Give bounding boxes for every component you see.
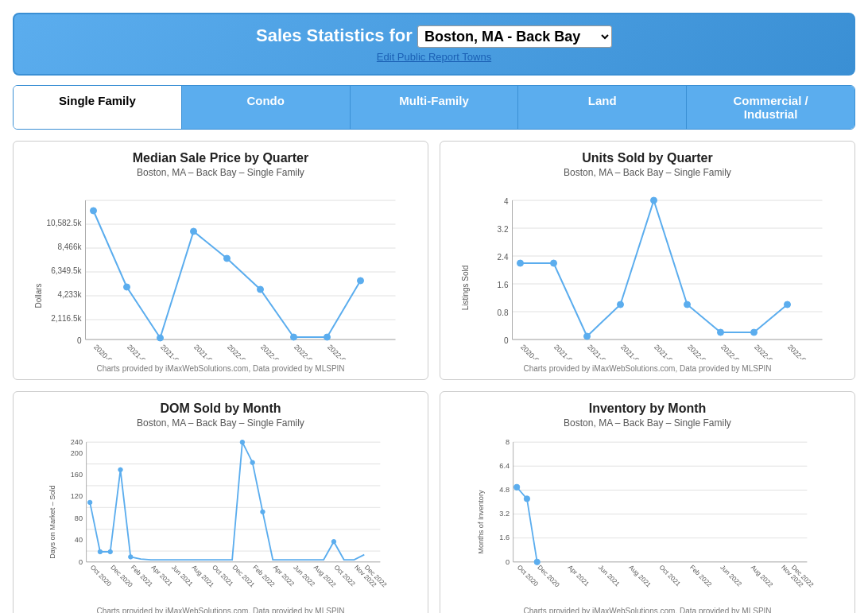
- svg-text:160: 160: [71, 471, 83, 479]
- svg-text:2022-Q3: 2022-Q3: [293, 343, 318, 359]
- svg-text:Oct 2021: Oct 2021: [658, 564, 682, 588]
- svg-text:2,116.5k: 2,116.5k: [51, 314, 82, 323]
- tab-commercial-industrial[interactable]: Commercial /Industrial: [687, 86, 854, 129]
- svg-point-88: [240, 440, 244, 444]
- tabs-row: Single Family Condo Multi-Family Land Co…: [13, 85, 855, 130]
- svg-point-89: [250, 460, 254, 464]
- tab-condo[interactable]: Condo: [182, 86, 351, 129]
- svg-point-18: [157, 335, 164, 341]
- svg-text:1.6: 1.6: [499, 533, 510, 541]
- svg-text:8: 8: [506, 438, 510, 446]
- svg-point-54: [718, 329, 724, 336]
- svg-text:2021-Q3: 2021-Q3: [192, 343, 218, 359]
- chart4-title: Inventory by Month: [448, 402, 847, 416]
- svg-point-16: [91, 208, 97, 214]
- chart1-footer: Charts provided by iMaxWebSolutions.com,…: [21, 364, 420, 373]
- svg-text:0: 0: [77, 336, 82, 345]
- svg-point-123: [524, 496, 529, 502]
- svg-text:2022-Q1: 2022-Q1: [226, 343, 251, 359]
- svg-point-19: [191, 228, 197, 235]
- location-select[interactable]: Boston, MA - Back Bay Boston, MA - South…: [417, 25, 612, 48]
- svg-text:Months of Inventory: Months of Inventory: [477, 490, 485, 554]
- header-box: Sales Statistics for Boston, MA - Back B…: [13, 13, 855, 76]
- tab-multi-family[interactable]: Multi-Family: [351, 86, 519, 129]
- svg-text:2020-Q4: 2020-Q4: [92, 343, 118, 359]
- svg-text:2022-Q3: 2022-Q3: [753, 343, 778, 359]
- header-title-prefix: Sales Statistics for: [256, 25, 413, 45]
- svg-point-21: [258, 286, 264, 293]
- svg-text:Apr 2022: Apr 2022: [272, 564, 296, 588]
- svg-point-84: [98, 549, 102, 553]
- svg-text:2022-Q2: 2022-Q2: [719, 343, 745, 359]
- edit-towns-link[interactable]: Edit Public Report Towns: [30, 51, 838, 63]
- svg-text:Apr 2021: Apr 2021: [567, 564, 591, 588]
- svg-text:2021-Q1: 2021-Q1: [126, 343, 151, 359]
- svg-text:2021-Q1: 2021-Q1: [552, 343, 578, 359]
- svg-text:Jun 2021: Jun 2021: [170, 564, 195, 588]
- chart3-title: DOM Sold by Month: [21, 402, 420, 416]
- svg-point-85: [108, 549, 112, 553]
- svg-text:6.4: 6.4: [499, 462, 510, 470]
- svg-text:40: 40: [75, 536, 83, 544]
- header-title: Sales Statistics for Boston, MA - Back B…: [30, 25, 838, 48]
- svg-text:4.8: 4.8: [499, 486, 510, 494]
- chart-units-sold: Units Sold by Quarter Boston, MA – Back …: [440, 141, 855, 380]
- svg-text:240: 240: [71, 438, 83, 446]
- svg-text:Apr 2021: Apr 2021: [149, 564, 173, 588]
- svg-text:Dec 2020: Dec 2020: [536, 564, 561, 589]
- charts-grid: Median Sale Price by Quarter Boston, MA …: [13, 141, 855, 613]
- svg-point-124: [534, 559, 540, 565]
- svg-point-49: [551, 260, 557, 266]
- svg-text:0: 0: [506, 558, 510, 566]
- chart1-area: Dollars 0 2,116.5k 4,233k 6,: [21, 184, 420, 359]
- tab-land[interactable]: Land: [518, 86, 687, 129]
- svg-text:2021-Q4: 2021-Q4: [653, 343, 678, 359]
- svg-text:Aug 2022: Aug 2022: [750, 564, 775, 589]
- svg-text:2022-Q2: 2022-Q2: [259, 343, 285, 359]
- svg-text:3.2: 3.2: [498, 225, 509, 234]
- svg-text:200: 200: [71, 449, 83, 457]
- svg-text:2020-Q4: 2020-Q4: [519, 343, 544, 359]
- chart-median-sale-price: Median Sale Price by Quarter Boston, MA …: [13, 141, 428, 380]
- svg-point-53: [684, 301, 691, 308]
- svg-point-122: [514, 484, 520, 490]
- svg-point-55: [751, 329, 758, 336]
- chart2-subtitle: Boston, MA – Back Bay – Single Family: [448, 167, 847, 178]
- svg-text:Dollars: Dollars: [34, 283, 43, 308]
- svg-text:Oct 2020: Oct 2020: [516, 564, 540, 588]
- svg-text:4: 4: [504, 197, 509, 206]
- svg-text:2021-Q3: 2021-Q3: [619, 343, 645, 359]
- svg-point-86: [118, 468, 122, 471]
- svg-point-50: [584, 333, 591, 339]
- svg-text:0: 0: [79, 558, 83, 566]
- chart4-area: Months of Inventory 0 1.6 3.2 4.8 6.4 8: [448, 435, 847, 602]
- svg-point-22: [291, 334, 297, 340]
- chart1-subtitle: Boston, MA – Back Bay – Single Family: [21, 167, 420, 178]
- svg-text:2022-Q4: 2022-Q4: [786, 343, 812, 359]
- svg-text:4,233k: 4,233k: [57, 290, 82, 299]
- svg-text:2021-Q2: 2021-Q2: [159, 343, 184, 359]
- tab-single-family[interactable]: Single Family: [14, 86, 182, 129]
- chart2-title: Units Sold by Quarter: [448, 151, 847, 165]
- svg-point-51: [618, 301, 624, 308]
- svg-text:80: 80: [75, 514, 83, 522]
- chart1-title: Median Sale Price by Quarter: [21, 151, 420, 165]
- svg-text:6,349.5k: 6,349.5k: [51, 266, 82, 275]
- svg-text:2022-Q1: 2022-Q1: [686, 343, 711, 359]
- page-wrapper: Sales Statistics for Boston, MA - Back B…: [0, 0, 868, 613]
- svg-point-23: [324, 334, 331, 340]
- svg-point-91: [331, 539, 335, 543]
- svg-text:2022-Q4: 2022-Q4: [326, 343, 351, 359]
- chart4-footer: Charts provided by iMaxWebSolutions.com,…: [448, 607, 847, 613]
- svg-point-17: [124, 284, 130, 290]
- svg-point-52: [651, 197, 657, 204]
- svg-text:8,466k: 8,466k: [57, 242, 82, 251]
- svg-text:Jun 2022: Jun 2022: [719, 564, 743, 588]
- svg-text:2021-Q2: 2021-Q2: [586, 343, 611, 359]
- chart2-area: Listings Sold 0 0.8 1.6 2.4 3.2: [448, 184, 847, 359]
- svg-text:0: 0: [504, 336, 509, 345]
- svg-point-83: [87, 500, 91, 504]
- chart2-footer: Charts provided by iMaxWebSolutions.com,…: [448, 364, 847, 373]
- svg-text:Aug 2021: Aug 2021: [627, 564, 653, 589]
- chart3-area: Days on Market – Sold 0 40 80 120 160: [21, 435, 420, 602]
